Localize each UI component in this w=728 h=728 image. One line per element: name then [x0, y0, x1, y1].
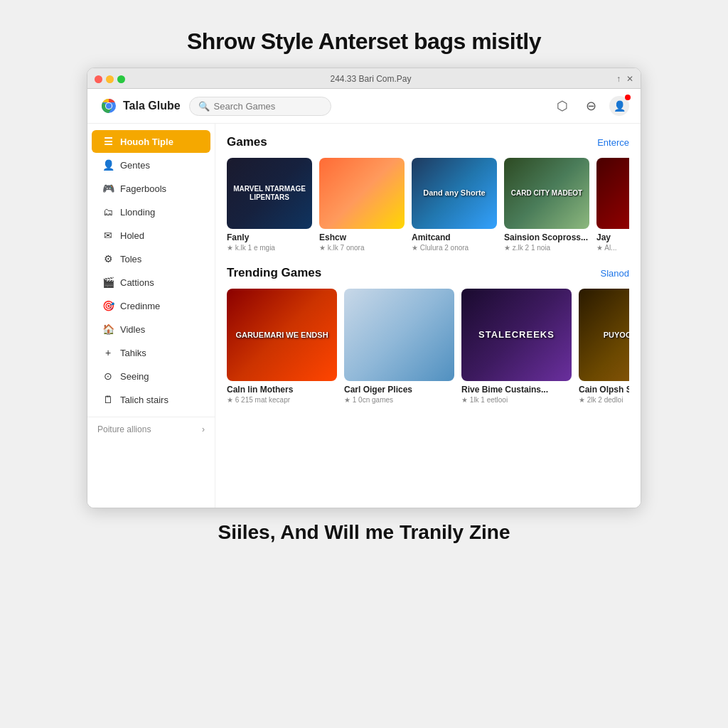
games-grid: MARVEL NTARMAGE LIPENTARS Fanly ★ k.lk 1… [227, 158, 629, 252]
header-icons: ⬡ ⊖ 👤 [552, 96, 629, 116]
sidebar-item-seeing[interactable]: ⊙ Seeing [92, 365, 210, 387]
trending-link[interactable]: Slanod [601, 268, 629, 279]
game-name-1: Fanly [227, 232, 312, 242]
sidebar-item-landing[interactable]: 🗂 Llonding [92, 200, 210, 223]
trending-thumb-1: GARUEMARI WE ENDSH [227, 289, 337, 381]
creative-icon: 🎯 [102, 300, 114, 311]
game-name-3: Amitcand [412, 232, 497, 242]
app-header: Tala Glube 🔍 ⬡ ⊖ 👤 [87, 89, 641, 124]
sidebar-item-captions[interactable]: 🎬 Cattions [92, 271, 210, 294]
seeing-icon: ⊙ [102, 370, 114, 382]
sidebar-item-genres[interactable]: 👤 Gentes [92, 154, 210, 176]
main-layout: ☰ Houoh Tiple 👤 Gentes 🎮 Fagerbools 🗂 Ll… [87, 124, 641, 508]
game-card-5[interactable]: Jay ★ Al... [596, 158, 629, 252]
sidebar-label-videos: Vidles [120, 324, 145, 335]
traffic-light-red[interactable] [95, 75, 102, 83]
sidebar-footer-chevron-icon: › [202, 424, 205, 434]
game-name-5: Jay [596, 232, 629, 242]
trending-thumb-img-4: PUYOCARTW0S [579, 289, 629, 381]
game-card-3[interactable]: Dand any Shorte Amitcand ★ Clulura 2 ono… [412, 158, 497, 252]
game-thumb-4: CARD CITY MADEOT [504, 158, 589, 229]
sidebar-item-home[interactable]: ☰ Houoh Tiple [92, 130, 210, 153]
cast-icon[interactable]: ⬡ [552, 96, 572, 116]
game-thumb-1: MARVEL NTARMAGE LIPENTARS [227, 158, 312, 229]
traffic-light-yellow[interactable] [106, 75, 114, 83]
sidebar-footer[interactable]: Poiture allions › [87, 417, 215, 441]
trending-thumb-4: PUYOCARTW0S [579, 289, 629, 381]
sidebar-item-creative[interactable]: 🎯 Credinme [92, 294, 210, 317]
sidebar-label-tasks: Tahiks [120, 348, 146, 358]
minus-circle-icon[interactable]: ⊖ [581, 96, 601, 116]
trending-thumb-2 [344, 289, 454, 381]
game-thumb-img-2 [319, 158, 405, 229]
trending-section-header: Trending Games Slanod [227, 266, 629, 280]
sidebar-label-home: Houoh Tiple [120, 136, 173, 147]
sidebar-item-talich[interactable]: 🗒 Talich stairs [92, 388, 210, 411]
game-card-2[interactable]: Eshcw ★ k.lk 7 onora [319, 158, 405, 252]
sidebar-item-videos[interactable]: 🏠 Vidles [92, 318, 210, 341]
search-bar[interactable]: 🔍 [189, 97, 331, 116]
game-meta-4: ★ z.lk 2 1 noia [504, 244, 589, 252]
nav-icon[interactable]: ↑ [616, 74, 621, 84]
trending-meta-3: ★ 1lk 1 eetlooi [461, 396, 572, 404]
tools-icon: ⚙ [102, 253, 114, 264]
top-title: Shrow Style Anterset bags misitly [187, 28, 541, 55]
trending-card-1[interactable]: GARUEMARI WE ENDSH Caln lin Mothers ★ 6 … [227, 289, 337, 404]
trending-thumb-img-1: GARUEMARI WE ENDSH [227, 289, 337, 381]
trending-thumb-3: STALECREEKS [461, 289, 572, 381]
game-meta-2: ★ k.lk 7 onora [319, 244, 405, 252]
games-link[interactable]: Enterce [597, 137, 629, 148]
sidebar-label-creative: Credinme [120, 301, 160, 311]
sidebar: ☰ Houoh Tiple 👤 Gentes 🎮 Fagerbools 🗂 Ll… [87, 124, 215, 508]
landing-icon: 🗂 [102, 206, 114, 218]
captions-icon: 🎬 [102, 277, 114, 288]
games-section-header: Games Enterce [227, 135, 629, 149]
trending-meta-4: ★ 2lk 2 dedloi [579, 396, 629, 404]
game-thumb-img-5 [596, 158, 629, 229]
trending-card-2[interactable]: Carl Oiger Plices ★ 1 0cn games [344, 289, 454, 404]
logo-text: Tala Glube [123, 100, 181, 112]
sidebar-item-mail[interactable]: ✉ Holed [92, 224, 210, 247]
traffic-light-green[interactable] [117, 75, 125, 83]
sidebar-label-landing: Llonding [120, 207, 155, 218]
home-icon: ☰ [102, 136, 114, 147]
trending-card-4[interactable]: PUYOCARTW0S Cain Olpsh Stands... ★ 2lk 2… [579, 289, 629, 404]
bottom-title: Siiles, And Will me Tranily Zine [218, 521, 510, 544]
talich-icon: 🗒 [102, 394, 114, 405]
game-thumb-3: Dand any Shorte [412, 158, 497, 229]
notification-badge [625, 95, 631, 100]
game-card-4[interactable]: CARD CITY MADEOT Sainsion Scopross... ★ … [504, 158, 589, 252]
game-card-1[interactable]: MARVEL NTARMAGE LIPENTARS Fanly ★ k.lk 1… [227, 158, 312, 252]
trending-name-2: Carl Oiger Plices [344, 385, 454, 395]
sidebar-label-talich: Talich stairs [120, 395, 168, 405]
sidebar-footer-label: Poiture allions [97, 424, 151, 434]
favorites-icon: 🎮 [102, 183, 114, 194]
sidebar-item-favorites[interactable]: 🎮 Fagerbools [92, 177, 210, 200]
genres-icon: 👤 [102, 159, 114, 171]
videos-icon: 🏠 [102, 323, 114, 335]
sidebar-label-favorites: Fagerbools [120, 183, 166, 194]
search-icon: 🔍 [198, 101, 210, 112]
search-input[interactable] [214, 101, 322, 112]
game-meta-5: ★ Al... [596, 244, 629, 252]
trending-card-3[interactable]: STALECREEKS Rive Bime Custains... ★ 1lk … [461, 289, 572, 404]
trending-meta-1: ★ 6 215 mat kecapr [227, 396, 337, 404]
chrome-logo-icon [99, 96, 119, 116]
sidebar-label-tools: Toles [120, 254, 141, 264]
browser-controls: ↑ ✕ [616, 74, 633, 84]
game-thumb-img-1: MARVEL NTARMAGE LIPENTARS [227, 158, 312, 229]
account-icon[interactable]: 👤 [609, 96, 629, 116]
svg-point-3 [106, 103, 112, 109]
sidebar-item-tools[interactable]: ⚙ Toles [92, 247, 210, 270]
game-meta-3: ★ Clulura 2 onora [412, 244, 497, 252]
traffic-lights [95, 75, 125, 83]
address-bar: 244.33 Bari Com.Pay [131, 74, 611, 84]
sidebar-item-tasks[interactable]: + Tahiks [92, 341, 210, 364]
browser-window: 244.33 Bari Com.Pay ↑ ✕ Tala Glube 🔍 [87, 68, 641, 508]
browser-chrome: 244.33 Bari Com.Pay ↑ ✕ [87, 68, 641, 89]
game-thumb-2 [319, 158, 405, 229]
tasks-icon: + [102, 347, 114, 358]
trending-name-3: Rive Bime Custains... [461, 385, 572, 395]
sidebar-label-mail: Holed [120, 230, 144, 241]
close-icon[interactable]: ✕ [626, 74, 633, 84]
